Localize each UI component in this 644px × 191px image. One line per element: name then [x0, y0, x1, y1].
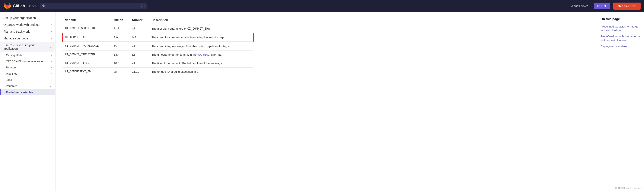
var-name-cell: CI_COMMIT_TAG	[62, 33, 111, 42]
runner-version-cell: all	[130, 42, 149, 50]
chevron-right-icon: ›	[51, 60, 52, 63]
col-header-runner: Runner	[130, 16, 149, 24]
runner-version-cell: all	[130, 50, 149, 59]
runner-version-cell: all	[130, 24, 149, 33]
description-cell: The commit tag message. Available only i…	[149, 42, 253, 50]
chevron-right-icon: ›	[51, 66, 52, 69]
docs-label: Docs	[29, 4, 36, 8]
variables-table: Variable GitLab Runner Description CI_CO…	[62, 16, 254, 76]
table-row: CI_COMMIT_TAG_MESSAGE 15.5 all The commi…	[62, 42, 253, 50]
gitlab-version-cell: 11.7	[111, 24, 130, 33]
sidebar-label-organize: Organize work with projects	[4, 23, 51, 26]
sidebar-sub-label: Runners	[6, 66, 16, 69]
table-row: CI_COMMIT_TITLE 10.8 all The title of th…	[62, 59, 253, 68]
sidebar: Set up your organization › Organize work…	[0, 12, 56, 191]
description-cell: The first eight characters of CI_COMMIT_…	[149, 24, 253, 33]
table-row: CI_COMMIT_TIMESTAMP 13.4 all The timesta…	[62, 50, 253, 59]
sidebar-sub-variables[interactable]: Variables ⌄	[0, 83, 55, 89]
search-box[interactable]: 🔍 /	[40, 3, 146, 9]
free-trial-button[interactable]: Get free trial	[613, 2, 640, 9]
sidebar-label-cicd: Use CI/CD to build your application	[4, 43, 50, 50]
sidebar-item-manage[interactable]: Manage your code ›	[0, 35, 55, 42]
sidebar-sub-label: Getting started	[6, 53, 24, 57]
description-cell: The timestamp of the commit in the ISO 8…	[149, 50, 253, 59]
runner-version-cell: 0.5	[130, 33, 149, 42]
sidebar-sub-label: Jobs	[6, 78, 12, 81]
description-text-before: The timestamp of the commit in the	[152, 53, 198, 56]
chevron-right-icon: ›	[51, 78, 52, 81]
search-input[interactable]	[47, 4, 140, 8]
version-button[interactable]: 16.6 ▼	[594, 3, 610, 9]
sidebar-label-setup: Set up your organization	[4, 16, 51, 20]
gitlab-version-cell: 15.5	[111, 42, 130, 50]
var-name-cell: CI_COMMIT_TIMESTAMP	[62, 50, 111, 59]
page-layout: Set up your organization › Organize work…	[0, 12, 644, 191]
chevron-right-icon: ›	[51, 37, 52, 40]
footer-attribution: CSDN ©XiaoHH Superme	[615, 187, 642, 189]
description-text: The first eight characters of	[152, 27, 187, 30]
header: GitLab Docs 🔍 / What's new? 16.6 ▼ Get f…	[0, 0, 644, 12]
sidebar-sub-label: CI/CD YAML syntax reference	[6, 60, 43, 63]
iso-8601-link[interactable]: ISO 8601	[198, 53, 210, 56]
gitlab-version-cell: 9.0	[111, 33, 130, 42]
version-label: 16.6	[597, 4, 602, 8]
sidebar-item-plan[interactable]: Plan and track work ›	[0, 28, 55, 35]
col-header-variable: Variable	[62, 16, 111, 24]
chevron-right-icon: ›	[51, 30, 52, 33]
sidebar-sub-label: Pipelines	[6, 72, 17, 75]
table-row: CI_COMMIT_TAG 9.0 0.5 The commit tag nam…	[62, 33, 253, 42]
sidebar-sub-getting-started[interactable]: Getting started ›	[0, 52, 55, 58]
gitlab-version-cell: 10.8	[111, 59, 130, 68]
description-cell: The unique ID of build execution in a	[149, 68, 253, 76]
description-cell: The title of the commit. The full first …	[149, 59, 253, 68]
chevron-down-icon: ⌄	[50, 45, 52, 48]
sidebar-sub-predefined[interactable]: Predefined variables	[0, 89, 55, 95]
gitlab-logo[interactable]: GitLab	[4, 2, 25, 10]
chevron-down-icon: ⌄	[50, 85, 52, 88]
chevron-right-icon: ›	[51, 23, 52, 26]
var-name-cell: CI_COMMIT_TITLE	[62, 59, 111, 68]
gitlab-logo-icon	[4, 2, 11, 10]
gitlab-version-cell: 13.4	[111, 50, 130, 59]
table-row: CI_CONCURRENT_ID all 11.10 The unique ID…	[62, 68, 253, 76]
table-body: CI_COMMIT_SHORT_SHA 11.7 all The first e…	[62, 24, 253, 76]
whats-new-button[interactable]: What's new?	[568, 3, 590, 9]
sidebar-label-manage: Manage your code	[4, 37, 51, 40]
runner-version-cell: 11.10	[130, 68, 149, 76]
sidebar-sub-jobs[interactable]: Jobs ›	[0, 77, 55, 83]
search-slash: /	[141, 4, 144, 8]
sidebar-sub-yaml-ref[interactable]: CI/CD YAML syntax reference ›	[0, 58, 55, 64]
right-toc: On this page Predefined variables for me…	[597, 12, 644, 55]
chevron-down-icon: ▼	[604, 4, 607, 8]
sidebar-sub-pipelines[interactable]: Pipelines ›	[0, 71, 55, 77]
toc-item-1[interactable]: Predefined variables for external pull r…	[600, 33, 640, 43]
gitlab-version-cell: all	[111, 68, 130, 76]
toc-item-2[interactable]: Deployment variables	[600, 43, 640, 49]
toc-title: On this page	[600, 17, 640, 21]
runner-version-cell: all	[130, 59, 149, 68]
description-cell: The commit tag name. Available only in p…	[149, 33, 253, 42]
description-text-after: format.	[214, 53, 222, 56]
var-name-cell: CI_COMMIT_TAG_MESSAGE	[62, 42, 111, 50]
chevron-right-icon: ›	[51, 72, 52, 75]
col-header-description: Description	[149, 16, 253, 24]
sidebar-sub-label-predefined: Predefined variables	[6, 91, 33, 94]
toc-item-0[interactable]: Predefined variables for merge request p…	[600, 24, 640, 33]
chevron-right-icon: ›	[51, 16, 52, 19]
sidebar-sub-runners[interactable]: Runners ›	[0, 64, 55, 71]
sidebar-item-cicd[interactable]: Use CI/CD to build your application ⌄	[0, 42, 55, 52]
description-code: CI_COMMIT_SHA	[187, 27, 210, 30]
var-name-cell: CI_CONCURRENT_ID	[62, 68, 111, 76]
col-header-gitlab: GitLab	[111, 16, 130, 24]
sidebar-sub-label: Variables	[6, 84, 17, 88]
variables-table-wrapper: Variable GitLab Runner Description CI_CO…	[62, 16, 254, 76]
table-row: CI_COMMIT_SHORT_SHA 11.7 all The first e…	[62, 24, 253, 33]
gitlab-wordmark: GitLab	[13, 4, 25, 8]
main-content: Variable GitLab Runner Description CI_CO…	[56, 12, 260, 191]
sidebar-item-organize[interactable]: Organize work with projects ›	[0, 21, 55, 28]
chevron-right-icon: ›	[51, 54, 52, 57]
sidebar-label-plan: Plan and track work	[4, 30, 51, 33]
external-link-icon: ⧉	[211, 53, 212, 56]
search-icon: 🔍	[42, 4, 46, 8]
sidebar-item-setup[interactable]: Set up your organization ›	[0, 14, 55, 21]
